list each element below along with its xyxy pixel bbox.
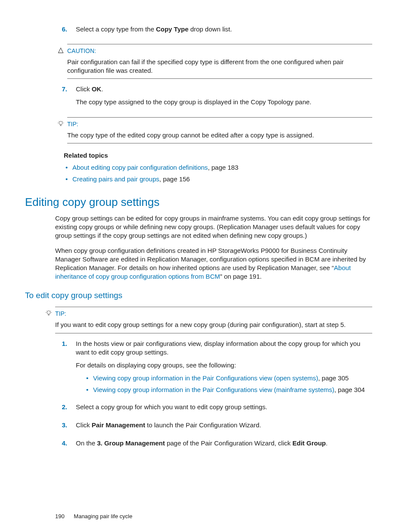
caution-icon	[57, 47, 67, 56]
body-paragraph: When copy group configuration definition…	[55, 246, 372, 281]
step-number: 7.	[55, 85, 72, 93]
step-7: 7. Click OK. The copy type assigned to t…	[25, 85, 372, 111]
step-text: Click OK. The copy type assigned to the …	[76, 85, 372, 111]
svg-point-8	[47, 311, 50, 314]
step-text: On the 3. Group Management page of the P…	[76, 439, 372, 452]
step-4: 4. On the 3. Group Management page of th…	[25, 439, 372, 452]
svg-line-6	[59, 121, 59, 121]
list-item: Viewing copy group information in the Pa…	[85, 386, 372, 394]
related-topics-list: About editing copy pair configuration de…	[64, 163, 372, 184]
related-item: Creating pairs and pair groups, page 156	[64, 175, 372, 184]
svg-line-13	[47, 311, 47, 311]
footer-title: Managing pair life cycle	[74, 513, 132, 520]
related-link[interactable]: About editing copy pair configuration de…	[72, 164, 208, 171]
tip-label: TIP:	[55, 310, 66, 318]
related-topics-heading: Related topics	[64, 151, 372, 160]
step-text: Select a copy group for which you want t…	[76, 403, 372, 416]
inline-link[interactable]: Viewing copy group information in the Pa…	[93, 374, 318, 382]
related-item: About editing copy pair configuration de…	[64, 163, 372, 172]
svg-line-14	[50, 311, 51, 311]
step-number: 2.	[55, 403, 72, 411]
subsection-heading: To edit copy group settings	[25, 290, 372, 301]
caution-label: CAUTION:	[67, 47, 96, 55]
svg-line-7	[62, 121, 63, 121]
step-text: Click Pair Management to launch the Pair…	[76, 421, 372, 434]
step-number: 3.	[55, 421, 72, 429]
svg-marker-0	[58, 48, 63, 53]
step-number: 1.	[55, 339, 72, 348]
page-footer: 190 Managing pair life cycle	[25, 513, 372, 520]
tip-note: TIP: The copy type of the edited copy gr…	[67, 117, 372, 144]
tip-label: TIP:	[67, 120, 78, 128]
step-6: 6. Select a copy type from the Copy Type…	[25, 25, 372, 38]
list-item: Viewing copy group information in the Pa…	[85, 374, 372, 383]
step-3: 3. Click Pair Management to launch the P…	[25, 421, 372, 434]
tip-icon	[45, 310, 55, 319]
tip-icon	[57, 120, 67, 129]
section-heading: Editing copy group settings	[25, 195, 372, 210]
body-paragraph: Copy group settings can be edited for co…	[55, 214, 372, 240]
step-2: 2. Select a copy group for which you wan…	[25, 403, 372, 416]
svg-point-1	[59, 121, 62, 124]
step-number: 6.	[55, 25, 72, 34]
tip-note: TIP: If you want to edit copy group sett…	[55, 307, 372, 333]
step-number: 4.	[55, 439, 72, 448]
inline-link[interactable]: Viewing copy group information in the Pa…	[93, 386, 334, 393]
tip-text: If you want to edit copy group settings …	[55, 320, 372, 329]
step-text: Select a copy type from the Copy Type dr…	[76, 25, 372, 38]
caution-note: CAUTION: Pair configuration can fail if …	[67, 44, 372, 79]
caution-text: Pair configuration can fail if the speci…	[67, 58, 372, 75]
step-1: 1. In the hosts view or pair configurati…	[25, 339, 372, 398]
related-link[interactable]: Creating pairs and pair groups	[72, 175, 159, 183]
step-text: In the hosts view or pair configurations…	[76, 339, 372, 398]
tip-text: The copy type of the edited copy group c…	[67, 131, 372, 140]
page-number: 190	[55, 513, 65, 520]
sub-bullet-list: Viewing copy group information in the Pa…	[85, 374, 372, 394]
